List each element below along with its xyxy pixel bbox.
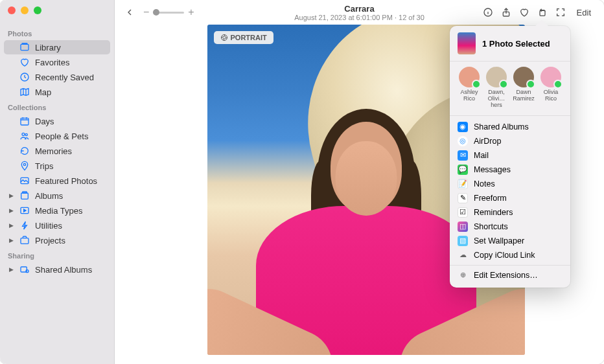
map-icon [19,87,30,97]
sidebar-label: Featured Photos [35,176,97,186]
chevron-right-icon: ▶ [9,192,14,199]
svg-rect-11 [21,238,29,244]
sidebar-item-recently-saved[interactable]: Recently Saved [4,70,110,84]
share-icloud-link[interactable]: ☁Copy iCloud Link [450,248,570,262]
contact-olivia[interactable]: Olivia Rico [538,67,564,109]
share-label: Freeform [474,194,507,203]
share-contacts: Ashley Rico Dawn, Olivi…hers Dawn Ramire… [450,67,570,116]
share-wallpaper[interactable]: ▧Set Wallpaper [450,234,570,248]
sidebar-label: Days [35,117,54,126]
share-popover: 1 Photo Selected Ashley Rico Dawn, Olivi… [450,26,570,288]
divider [450,265,570,266]
svg-point-17 [221,35,227,41]
share-label: Shortcuts [474,222,508,231]
sidebar-label: Trips [35,161,53,171]
close-button[interactable] [8,6,16,14]
share-reminders[interactable]: ☑Reminders [450,205,570,220]
featured-icon [19,176,30,186]
edit-button[interactable]: Edit [570,6,598,19]
share-freeform[interactable]: ✎Freeform [450,191,570,205]
sidebar-section-photos: Photos [0,26,114,40]
share-edit-extensions[interactable]: ⊕Edit Extensions… [450,268,570,282]
sidebar-item-albums[interactable]: ▶ Albums [4,188,110,203]
share-label: Set Wallpaper [474,236,524,245]
svg-point-4 [22,133,25,135]
wallpaper-icon: ▧ [458,236,468,246]
portrait-badge: PORTRAIT [214,31,273,44]
library-icon [19,42,30,52]
calendar-icon [19,116,30,126]
share-notes[interactable]: 📝Notes [450,177,570,191]
share-shared-albums[interactable]: ◉Shared Albums [450,120,570,134]
app-window: Photos Library Favorites Recently Saved … [0,0,604,364]
avatar [540,67,561,87]
share-button[interactable] [498,5,515,19]
share-label: Mail [474,151,489,160]
sidebar-label: Albums [35,191,63,201]
share-mail[interactable]: ✉Mail [450,148,570,163]
favorite-button[interactable] [516,5,533,19]
share-label: Copy iCloud Link [474,251,535,260]
sidebar-label: People & Pets [35,131,88,141]
sidebar-item-utilities[interactable]: ▶ Utilities [4,218,110,233]
zoom-slider[interactable]: − + [143,6,194,18]
svg-rect-0 [21,44,29,50]
pin-icon [19,161,30,171]
zoom-out-icon: − [143,6,149,18]
zoom-thumb[interactable] [153,9,159,16]
info-button[interactable] [480,5,496,19]
rotate-button[interactable] [534,5,551,19]
sidebar-label: Library [35,43,61,52]
traffic-lights [8,6,41,14]
sidebar-item-memories[interactable]: Memories [4,144,110,158]
svg-point-5 [25,133,27,135]
messages-badge-icon [553,80,563,89]
sidebar-item-projects[interactable]: ▶ Projects [4,233,110,247]
title-area: Carrara August 21, 2023 at 6:01:00 PM · … [294,4,424,21]
sidebar-label: Favorites [35,58,69,67]
sidebar-item-shared-albums[interactable]: ▶ Shared Albums [4,262,110,277]
contact-name: Dawn Ramirez [511,89,537,102]
svg-rect-1 [22,43,27,44]
share-shortcuts[interactable]: ◫Shortcuts [450,220,570,234]
contact-dawn-olivia[interactable]: Dawn, Olivi…hers [483,67,509,109]
share-label: Reminders [474,208,513,217]
fullscreen-button[interactable] [552,5,569,19]
sidebar-item-media-types[interactable]: ▶ Media Types [4,203,110,218]
share-messages[interactable]: 💬Messages [450,163,570,177]
shared-icon [19,264,30,275]
contact-dawn[interactable]: Dawn Ramirez [511,67,537,109]
avatar [513,67,534,87]
sidebar-item-trips[interactable]: Trips [4,159,110,173]
sidebar-item-days[interactable]: Days [4,114,110,128]
minimize-button[interactable] [21,6,29,14]
back-button[interactable] [121,5,138,19]
share-title: 1 Photo Selected [482,39,550,49]
messages-badge-icon [526,80,535,89]
share-options: ◉Shared Albums ◎AirDrop ✉Mail 💬Messages … [450,119,570,284]
extensions-icon: ⊕ [458,270,468,280]
sidebar-item-map[interactable]: Map [4,85,110,99]
contact-ashley[interactable]: Ashley Rico [456,67,482,109]
share-label: Notes [474,179,495,188]
messages-badge-icon [499,80,508,89]
media-icon [19,205,30,216]
share-label: Edit Extensions… [474,271,538,280]
projects-icon [19,235,30,245]
sidebar-item-people-pets[interactable]: People & Pets [4,129,110,143]
maximize-button[interactable] [34,6,41,14]
share-airdrop[interactable]: ◎AirDrop [450,134,570,148]
freeform-icon: ✎ [458,193,468,203]
zoom-track[interactable] [153,12,184,14]
album-icon [19,190,30,201]
portrait-label: PORTRAIT [231,34,267,41]
sidebar-item-library[interactable]: Library [4,40,110,54]
heart-icon [19,57,30,67]
svg-rect-16 [540,10,545,16]
sidebar-label: Recently Saved [35,73,94,82]
sidebar-item-favorites[interactable]: Favorites [4,55,110,69]
aperture-icon [220,34,228,41]
chevron-right-icon: ▶ [9,207,14,214]
sidebar-item-featured[interactable]: Featured Photos [4,174,110,188]
sidebar-label: Media Types [35,206,82,216]
